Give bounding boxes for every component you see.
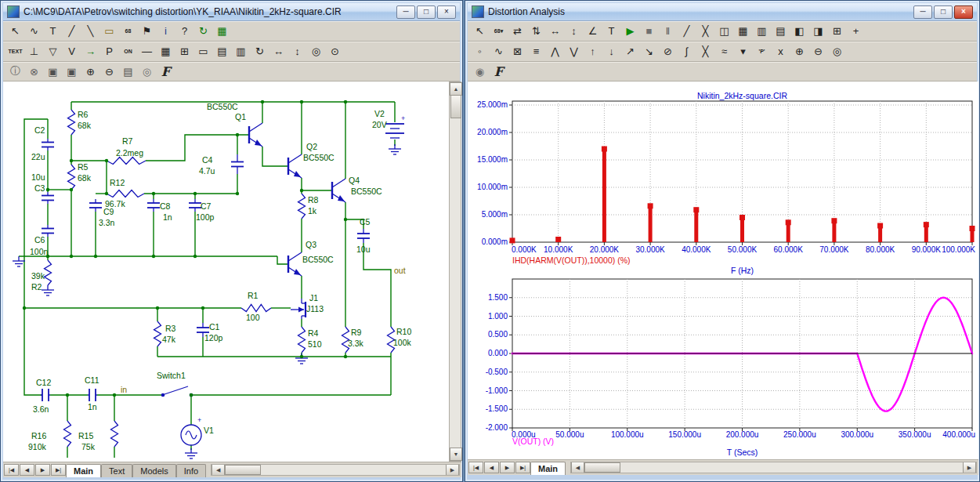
line-tool[interactable]: ╱: [678, 23, 696, 40]
goto-x-button[interactable]: x: [772, 43, 790, 60]
sheet-toggle[interactable]: ▥: [232, 43, 250, 60]
status-circle[interactable]: ◉: [471, 63, 489, 80]
low-button[interactable]: ↓: [602, 43, 620, 60]
last-page-button[interactable]: ▶|: [515, 462, 530, 473]
single-plot-view[interactable]: ◫: [715, 23, 733, 40]
properties-button[interactable]: 'P': [753, 43, 771, 60]
tag-vertical[interactable]: ↕: [565, 23, 583, 40]
refresh-tool[interactable]: ↻: [194, 23, 212, 40]
component-Q4[interactable]: [332, 179, 345, 202]
select-tool[interactable]: ↖: [6, 23, 24, 40]
tab-text[interactable]: Text: [101, 464, 132, 477]
rectangle-tool[interactable]: ▭: [100, 23, 118, 40]
scroll-down-button[interactable]: ▼: [450, 448, 462, 461]
grid-toggle[interactable]: ▦: [157, 43, 175, 60]
waveform-tag[interactable]: ∿: [490, 43, 508, 60]
tab-models[interactable]: Models: [132, 464, 175, 477]
box-tool[interactable]: ⊠: [508, 43, 526, 60]
help-button[interactable]: ⓘ: [6, 63, 24, 80]
prev-page-button[interactable]: ◀: [20, 464, 34, 476]
select-branch[interactable]: ▾: [734, 43, 752, 60]
component-C4[interactable]: [231, 154, 244, 174]
wire[interactable]: [146, 135, 249, 161]
rotate-button[interactable]: ↻: [251, 43, 269, 60]
current-toggle[interactable]: →: [81, 43, 99, 60]
tab-info[interactable]: Info: [176, 464, 206, 477]
columns-view[interactable]: ▤: [772, 23, 790, 40]
zoom-in-button[interactable]: ⊕: [790, 43, 808, 60]
pane-left[interactable]: ◧: [790, 23, 808, 40]
component-gnd[interactable]: [42, 285, 54, 295]
component-C7[interactable]: [189, 199, 201, 212]
component-R8[interactable]: [298, 194, 306, 219]
close-button[interactable]: ×: [954, 5, 973, 19]
hscroll-thumb[interactable]: [225, 465, 261, 475]
component-Q1[interactable]: [249, 123, 262, 147]
find-button[interactable]: ◎: [307, 43, 325, 60]
zero-button[interactable]: ⊘: [659, 43, 677, 60]
first-page-button[interactable]: |◀: [4, 464, 19, 476]
component-Q3[interactable]: [288, 252, 302, 276]
cursor-mode[interactable]: ⇄: [508, 23, 526, 40]
close-circle-button[interactable]: ⊗: [25, 63, 43, 80]
last-page-button[interactable]: ▶|: [51, 464, 66, 476]
zoom-out-button[interactable]: ⊖: [100, 63, 118, 80]
font-button[interactable]: F: [157, 63, 175, 80]
power-toggle[interactable]: P: [100, 43, 118, 60]
line-tool[interactable]: ╲: [81, 23, 99, 40]
text-tool[interactable]: T: [44, 23, 62, 40]
scroll-right-button[interactable]: ▶: [446, 465, 459, 475]
info-tool[interactable]: i: [157, 23, 175, 40]
crosshair-tool[interactable]: +: [847, 23, 865, 40]
border-toggle[interactable]: ▭: [194, 43, 212, 60]
pause-button[interactable]: ‖: [659, 23, 677, 40]
restore-button[interactable]: □: [417, 5, 436, 19]
rise-button[interactable]: ↗: [621, 43, 639, 60]
prev-page-button[interactable]: ◀: [484, 462, 499, 473]
title-block-toggle[interactable]: ▤: [213, 43, 231, 60]
first-page-button[interactable]: |◀: [468, 462, 483, 473]
xy-button[interactable]: ╳: [696, 43, 714, 60]
crosshair-toggle[interactable]: ⊞: [175, 43, 193, 60]
scroll-left-button[interactable]: ◀: [571, 462, 584, 473]
component-R5[interactable]: [68, 165, 75, 190]
minimize-button[interactable]: ─: [913, 5, 932, 19]
rows-view[interactable]: ▥: [753, 23, 771, 40]
slope-tool[interactable]: ∠: [584, 23, 602, 40]
component-R15[interactable]: [111, 421, 118, 447]
plot-panel[interactable]: Nikitin_2kHz-square.CIR25.000m20.000m15.…: [468, 82, 978, 459]
component-C3[interactable]: [42, 192, 54, 204]
component-C5[interactable]: [357, 229, 370, 243]
component-J1[interactable]: [291, 299, 306, 319]
component-gnd[interactable]: [389, 144, 401, 154]
component-R3[interactable]: [154, 321, 161, 346]
data-grid[interactable]: ⊞: [828, 23, 846, 40]
component-C9[interactable]: [89, 199, 102, 212]
high-button[interactable]: ↑: [584, 43, 602, 60]
vscroll-thumb[interactable]: [450, 95, 461, 118]
close-button[interactable]: ×: [437, 5, 456, 19]
wire[interactable]: [363, 243, 391, 327]
smooth-button[interactable]: ≈: [715, 43, 733, 60]
help-tool[interactable]: ?: [175, 23, 193, 40]
scroll-left-button[interactable]: ◀: [212, 465, 225, 475]
zoom-out-button[interactable]: ⊖: [809, 43, 827, 60]
wire[interactable]: [262, 147, 288, 166]
component-R16[interactable]: [64, 421, 71, 447]
tab-main[interactable]: Main: [530, 462, 566, 475]
tracker-mode[interactable]: ⇅: [527, 23, 545, 40]
component-C8[interactable]: [147, 199, 160, 212]
text-tool[interactable]: T: [602, 23, 620, 40]
component-R7[interactable]: [107, 158, 146, 165]
right-titlebar[interactable]: Distortion Analysis ─ □ ×: [468, 3, 977, 21]
horizontal-scrollbar[interactable]: ◀▶: [211, 464, 460, 476]
restore-button[interactable]: □: [934, 5, 953, 19]
polygon-tool[interactable]: ╳: [696, 23, 714, 40]
horizontal-scrollbar[interactable]: ◀▶: [570, 462, 977, 473]
flip-horizontal-button[interactable]: ↔: [269, 43, 287, 60]
component-Q2[interactable]: [288, 154, 302, 178]
tab-main[interactable]: Main: [66, 464, 101, 477]
point-tag[interactable]: ◦: [471, 43, 489, 60]
hscroll-track[interactable]: [620, 462, 963, 473]
schematic-canvas[interactable]: ++R668kC222uR568k10uC3R72.2megR1296.7kC9…: [3, 82, 449, 462]
